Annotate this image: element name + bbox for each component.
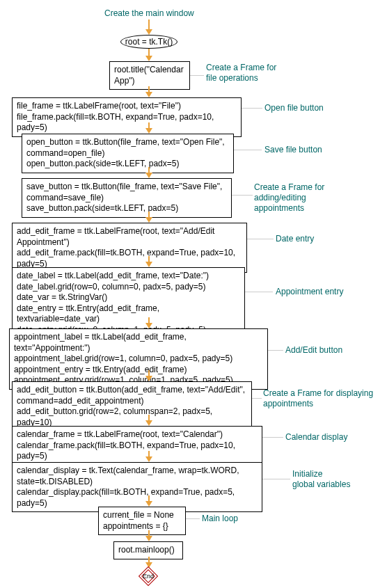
code-box: save_button = ttk.Button(file_frame, tex… [22,178,232,218]
connector [262,479,290,479]
arrow [148,370,150,376]
arrow-head-icon [145,376,152,381]
arrow [148,86,150,92]
arrow [148,495,150,501]
arrow [148,122,150,128]
connector [186,518,200,519]
connector [247,239,274,239]
arrow [148,19,150,29]
arrow-head-icon [145,128,152,134]
arrow [148,415,150,420]
arrow [148,557,150,562]
arrow [148,256,150,262]
comment: Open file button [264,103,324,113]
comment: Create a Frame for displaying appointmen… [263,388,373,409]
arrow-head-icon [145,29,152,35]
code-box: appointment_label = ttk.Label(add_edit_f… [9,328,268,390]
arrow-head-icon [145,217,152,223]
connector [245,292,273,292]
arrow-head-icon [145,262,152,267]
comment: Main loop [202,514,238,524]
start-node: root = tk.Tk() [120,35,177,49]
connector [268,350,283,351]
arrow-head-icon [145,536,152,541]
arrow-head-icon [145,456,152,462]
comment: Save file button [264,145,322,155]
code-box: calendar_frame = ttk.LabelFrame(root, te… [12,426,262,466]
arrow-head-icon [145,323,152,328]
comment: Create a Frame for file operations [206,63,276,84]
arrow-head-icon [145,501,152,507]
connector [234,150,262,150]
arrow-head-icon [145,173,152,178]
end-node: End [139,566,158,586]
code-box: file_frame = ttk.LabelFrame(root, text="… [12,97,242,137]
connector [262,437,283,438]
arrow [148,317,150,323]
code-box: current_file = None appointments = {} [98,507,186,535]
arrow [148,212,150,217]
connector [190,75,204,76]
arrow [148,530,150,536]
arrow [148,167,150,173]
code-box: open_button = ttk.Button(file_frame, tex… [22,134,234,173]
arrow [148,451,150,456]
code-box: add_edit_button = ttk.Button(add_edit_fr… [12,381,252,431]
comment: Calendar display [285,432,347,443]
arrow-head-icon [145,56,152,61]
end-node-label: End [143,573,154,580]
comment: Date entry [276,234,314,244]
connector [232,195,253,196]
connector [252,398,262,399]
comment: Appointment entry [276,287,343,297]
arrow-head-icon [145,420,152,426]
flowchart-canvas: Create the main window root = tk.Tk() ro… [0,0,387,588]
arrow-head-icon [145,92,152,97]
code-box: add_edit_frame = ttk.LabelFrame(root, te… [12,223,247,273]
comment: Initialize global variables [292,469,350,490]
arrow [148,49,150,56]
code-box: calendar_display = tk.Text(calendar_fram… [12,462,262,512]
connector [242,108,262,109]
start-node-text: root = tk.Tk() [125,37,173,47]
comment-title: Create the main window [104,8,194,19]
code-box: root.title("Calendar App") [109,61,190,90]
comment: Add/Edit button [285,345,342,356]
comment: Create a Frame for adding/editing appoin… [254,182,324,214]
